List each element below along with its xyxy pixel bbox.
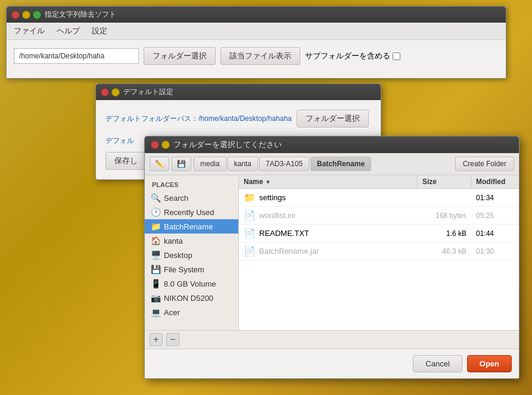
min-btn[interactable]	[22, 11, 30, 19]
path-row: フォルダー選択 該当ファイル表示 サブフォルダーを含める	[14, 47, 499, 65]
table-row[interactable]: 📄 wordlist.ini 168 bytes 05:25	[239, 207, 519, 225]
file-actions-row: Cancel Open	[145, 349, 519, 378]
places-item-filesystem[interactable]: 💾 File System	[145, 262, 238, 276]
folder-icon: 📁	[244, 192, 256, 203]
places-batchrename-label: BatchRename	[164, 222, 213, 231]
places-item-batchrename[interactable]: 📁 BatchRename	[145, 219, 238, 234]
file-size: 1.6 kB	[418, 228, 471, 239]
file-name: BatchRename.jar	[259, 247, 319, 256]
file-name-cell: 📄 BatchRename.jar	[239, 244, 418, 258]
filesystem-icon: 💾	[151, 265, 160, 274]
subfolder-row: サブフォルダーを含める	[305, 51, 400, 61]
file-body: Places 🔍 Search 🕐 Recently Used 📁 BatchR…	[145, 175, 519, 330]
places-item-recently-used[interactable]: 🕐 Recently Used	[145, 205, 238, 219]
main-title-bar: 指定文字列除去ソフト	[7, 7, 506, 23]
places-volume-label: 8.0 GB Volume	[164, 279, 216, 288]
file-list-panel: Name ▼ Size Modified 📁 settings 01:34	[239, 175, 519, 330]
file-modified: 05:25	[471, 210, 519, 221]
path-input[interactable]	[14, 48, 139, 64]
recent-icon: 🕐	[151, 207, 160, 217]
main-title: 指定文字列除去ソフト	[45, 10, 501, 20]
cancel-button[interactable]: Cancel	[413, 355, 462, 372]
remove-place-btn[interactable]: −	[166, 333, 179, 346]
main-window: 指定文字列除去ソフト ファイル ヘルプ 設定 フォルダー選択 該当ファイル表示 …	[6, 6, 506, 79]
file-chooser-dialog: フォルダーを選択してください ✏️ 💾 media kanta 7AD3-A10…	[144, 136, 519, 379]
table-row[interactable]: 📄 BatchRename.jar 46.3 kB 01:30	[239, 242, 519, 260]
places-kanta-label: kanta	[164, 237, 183, 245]
computer-icon: 💻	[151, 307, 160, 317]
places-panel: Places 🔍 Search 🕐 Recently Used 📁 BatchR…	[145, 175, 239, 330]
file-name-cell: 📁 settings	[239, 191, 418, 204]
file-list-header: Name ▼ Size Modified	[239, 175, 519, 189]
file-title-bar: フォルダーを選択してください	[145, 136, 519, 153]
places-item-nikon[interactable]: 📷 NIKON D5200	[145, 291, 238, 305]
breadcrumb-kanta[interactable]: kanta	[228, 157, 258, 171]
file-size: 46.3 kB	[418, 246, 471, 257]
volume-icon: 📱	[151, 279, 160, 288]
folder-icon-batchrename: 📁	[151, 222, 160, 231]
add-place-btn[interactable]: +	[150, 333, 163, 346]
table-row[interactable]: 📁 settings 01:34	[239, 189, 519, 207]
column-modified[interactable]: Modified	[471, 175, 519, 188]
file-modified: 01:30	[471, 246, 519, 257]
breadcrumb: media kanta 7AD3-A105 BatchRename	[194, 157, 453, 171]
file-name: README.TXT	[259, 229, 309, 238]
column-name[interactable]: Name ▼	[239, 175, 418, 188]
menu-help[interactable]: ヘルプ	[54, 24, 82, 38]
file-min-btn[interactable]	[161, 141, 170, 149]
home-icon: 🏠	[151, 236, 160, 245]
save-button[interactable]: 保存し	[105, 152, 147, 170]
places-nikon-label: NIKON D5200	[164, 294, 213, 303]
open-button[interactable]: Open	[467, 355, 512, 372]
places-item-kanta[interactable]: 🏠 kanta	[145, 234, 238, 248]
toolbar-drive-btn[interactable]: 💾	[172, 157, 191, 171]
default-window-controls	[101, 88, 120, 97]
toolbar-pencil-btn[interactable]: ✏️	[150, 157, 169, 171]
default-dialog-title: デフォルト設定	[123, 87, 376, 97]
default-close-btn[interactable]	[101, 88, 109, 97]
menu-file[interactable]: ファイル	[11, 24, 47, 38]
file-modified: 01:44	[471, 228, 519, 239]
table-row[interactable]: 📄 README.TXT 1.6 kB 01:44	[239, 225, 519, 242]
close-btn[interactable]	[11, 11, 20, 19]
menu-settings[interactable]: 設定	[89, 24, 110, 38]
create-folder-button[interactable]: Create Folder	[455, 157, 514, 171]
folder-select-button[interactable]: フォルダー選択	[144, 47, 216, 65]
folder-path-label: デフォルトフォルダーパス：/home/kanta/Desktop/hahaha	[105, 114, 292, 124]
file-icon: 📄	[244, 210, 256, 221]
file-icon: 📄	[244, 245, 256, 257]
file-icon: 📄	[244, 228, 256, 239]
file-modified: 01:34	[471, 192, 519, 203]
main-content: フォルダー選択 該当ファイル表示 サブフォルダーを含める	[7, 40, 506, 78]
file-window-controls	[151, 141, 170, 149]
breadcrumb-batchrename[interactable]: BatchRename	[310, 157, 371, 171]
file-size	[418, 197, 471, 199]
default-folder-select-btn[interactable]: フォルダー選択	[297, 110, 369, 127]
places-bottom-bar: + −	[145, 330, 519, 349]
file-size: 168 bytes	[418, 210, 471, 221]
places-item-desktop[interactable]: 🖥️ Desktop	[145, 248, 238, 262]
places-item-volume[interactable]: 📱 8.0 GB Volume	[145, 276, 238, 291]
places-header: Places	[145, 179, 238, 191]
camera-icon: 📷	[151, 293, 160, 303]
file-toolbar: ✏️ 💾 media kanta 7AD3-A105 BatchRename C…	[145, 153, 519, 175]
places-filesystem-label: File System	[164, 265, 204, 274]
column-size[interactable]: Size	[418, 175, 471, 188]
default-min-btn[interactable]	[111, 88, 120, 97]
file-close-btn[interactable]	[151, 141, 159, 149]
places-search-label: Search	[164, 194, 188, 203]
window-controls	[11, 11, 41, 19]
subfolder-checkbox[interactable]	[393, 52, 400, 60]
default-title-bar: デフォルト設定	[96, 84, 381, 100]
show-files-button[interactable]: 該当ファイル表示	[220, 47, 300, 65]
breadcrumb-media[interactable]: media	[194, 157, 226, 171]
places-item-search[interactable]: 🔍 Search	[145, 191, 238, 205]
desktop-icon: 🖥️	[151, 250, 160, 260]
places-item-acer[interactable]: 💻 Acer	[145, 305, 238, 319]
places-recent-label: Recently Used	[164, 208, 214, 217]
places-desktop-label: Desktop	[164, 251, 192, 260]
folder-path-row: デフォルトフォルダーパス：/home/kanta/Desktop/hahaha …	[105, 110, 371, 127]
breadcrumb-7ad3[interactable]: 7AD3-A105	[259, 157, 309, 171]
places-acer-label: Acer	[164, 308, 180, 317]
max-btn[interactable]	[33, 11, 41, 19]
